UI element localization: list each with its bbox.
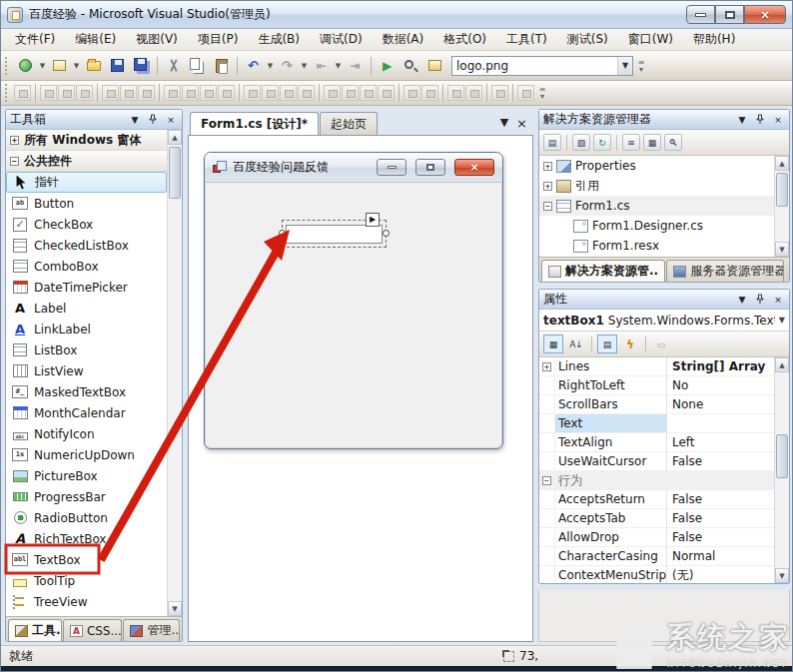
tab-solution-explorer[interactable]: 解决方案资源管.. [541, 260, 665, 282]
designed-form[interactable]: 百度经验问题反馈 × ▶ [204, 152, 503, 449]
close-document-icon[interactable]: × [516, 116, 527, 131]
property-row-contextmenustrip[interactable]: ContextMenuStrip (无) [539, 566, 774, 583]
property-row-charactercasing[interactable]: CharacterCasing Normal [539, 547, 774, 566]
tab-css[interactable]: A CSS... [63, 619, 123, 641]
find-in-files-button[interactable] [399, 55, 422, 77]
toolbox-item-progressbar[interactable]: ProgressBar [6, 486, 167, 507]
find-combobox[interactable]: logo.png ▼ [451, 56, 633, 76]
scrollbar-thumb[interactable] [169, 147, 181, 199]
toolbox-item-listview[interactable]: ListView [6, 360, 167, 381]
tree-item-form1-resx[interactable]: Form1.resx [539, 236, 774, 256]
property-row-acceptstab[interactable]: AcceptsTab False [539, 509, 774, 528]
property-grid-scrollbar[interactable]: ▲ ▼ [774, 357, 789, 583]
remove-horizontal-spacing-icon[interactable] [298, 85, 315, 101]
navigate-back-dropdown-icon[interactable]: ▼ [334, 62, 343, 70]
make-vertical-spacing-equal-icon[interactable] [324, 85, 341, 101]
menu-tools[interactable]: 工具(T) [496, 28, 557, 51]
property-value[interactable]: None [667, 395, 774, 413]
toolbox-item-notifyicon[interactable]: abc NotifyIcon [6, 423, 167, 444]
menu-build[interactable]: 生成(B) [248, 28, 310, 51]
toolbox-item-checkbox[interactable]: ✓ CheckBox [6, 214, 167, 235]
remove-vertical-spacing-icon[interactable] [378, 85, 395, 101]
toolbox-item-monthcalendar[interactable]: MonthCalendar [6, 402, 167, 423]
expand-icon[interactable]: + [543, 182, 552, 191]
menu-data[interactable]: 数据(A) [373, 28, 434, 51]
snap-to-grid-icon[interactable] [14, 85, 31, 101]
open-file-button[interactable] [82, 55, 105, 77]
solution-scrollbar[interactable]: ▲ ▼ [774, 156, 789, 257]
property-row-usewaitcursor[interactable]: UseWaitCursor False [539, 452, 774, 471]
menu-help[interactable]: 帮助(H) [683, 28, 745, 51]
property-value[interactable]: Left [667, 433, 774, 451]
toolbox-item-picturebox[interactable]: PictureBox [6, 465, 167, 486]
decrease-horizontal-spacing-icon[interactable] [280, 85, 297, 101]
scroll-up-icon[interactable]: ▲ [775, 156, 789, 171]
form-minimize-button[interactable] [377, 159, 406, 176]
scroll-down-icon[interactable]: ▼ [775, 242, 789, 257]
property-row-lines[interactable]: + Lines String[] Array [539, 357, 774, 376]
menu-debug[interactable]: 调试(D) [310, 28, 373, 51]
property-value[interactable]: String[] Array [667, 357, 774, 375]
send-to-back-icon[interactable] [465, 85, 482, 101]
toolbox-item-textbox[interactable]: abl TextBox [6, 549, 167, 570]
toolbox-item-listbox[interactable]: ListBox [6, 339, 167, 360]
align-bottoms-icon[interactable] [138, 85, 155, 101]
categorized-icon[interactable]: ▦ [543, 335, 563, 353]
tree-item-form1-designer[interactable]: Form1.Designer.cs [539, 216, 774, 236]
property-value[interactable]: False [667, 528, 774, 546]
designed-form-body[interactable]: ▶ [205, 183, 502, 449]
close-icon[interactable]: × [164, 113, 178, 127]
scrollbar-thumb[interactable] [776, 173, 788, 207]
toolbar-grip[interactable] [5, 57, 10, 75]
pin-icon[interactable] [146, 113, 160, 127]
decrease-vertical-spacing-icon[interactable] [360, 85, 377, 101]
toolbox-item-linklabel[interactable]: A LinkLabel [6, 319, 167, 339]
alphabetical-icon[interactable]: A↓ [566, 335, 586, 353]
scroll-down-icon[interactable]: ▼ [168, 601, 182, 616]
pin-icon[interactable] [753, 293, 767, 307]
navigate-forward-button[interactable]: ⇥ [344, 55, 367, 77]
textbox1-selection[interactable]: ▶ [282, 220, 387, 248]
textbox1-control[interactable] [286, 225, 383, 244]
property-value[interactable] [667, 414, 774, 432]
pin-icon[interactable] [753, 113, 767, 127]
property-row-scrollbars[interactable]: ScrollBars None [539, 395, 774, 414]
scroll-up-icon[interactable]: ▲ [168, 130, 182, 145]
redo-dropdown-icon[interactable]: ▼ [300, 62, 309, 70]
copy-button[interactable] [186, 55, 209, 77]
refresh-icon[interactable]: ↻ [593, 134, 611, 151]
find-combobox-value[interactable]: logo.png [452, 59, 617, 73]
property-row-text[interactable]: Text [539, 414, 774, 433]
form-close-button[interactable]: × [454, 159, 494, 176]
add-item-dropdown-icon[interactable]: ▼ [72, 62, 81, 70]
menu-edit[interactable]: 编辑(E) [65, 28, 126, 51]
bring-to-front-icon[interactable] [447, 85, 464, 101]
undo-button[interactable]: ↶ [242, 55, 265, 77]
collapse-icon[interactable]: − [543, 202, 552, 211]
scroll-down-icon[interactable]: ▼ [775, 568, 789, 583]
make-same-height-icon[interactable] [182, 85, 199, 101]
view-designer-icon[interactable]: ▦ [643, 134, 661, 151]
property-value[interactable]: No [667, 376, 774, 394]
toolbox-item-tooltip[interactable]: ToolTip [6, 570, 167, 591]
tab-form1-design[interactable]: Form1.cs [设计]* [190, 112, 319, 135]
expand-icon[interactable]: + [543, 162, 552, 171]
toolbox-item-numericupdown[interactable]: 1⇅ NumericUpDown [6, 444, 167, 465]
tab-order-icon[interactable] [491, 85, 508, 101]
expand-icon[interactable]: + [10, 136, 19, 145]
tree-item-form1cs[interactable]: − Form1.cs [539, 196, 774, 216]
start-debugging-button[interactable]: ▶ [376, 55, 398, 77]
properties-view-icon[interactable]: ▤ [597, 335, 617, 353]
align-tops-icon[interactable] [102, 85, 119, 101]
align-middles-icon[interactable] [120, 85, 137, 101]
property-row-allowdrop[interactable]: AllowDrop False [539, 528, 774, 547]
expand-icon[interactable]: + [542, 362, 551, 371]
cut-button[interactable] [162, 55, 185, 77]
property-row-acceptsreturn[interactable]: AcceptsReturn False [539, 490, 774, 509]
combobox-dropdown-icon[interactable]: ▼ [617, 57, 632, 75]
tab-start-page[interactable]: 起始页 [320, 112, 378, 135]
toolbox-item-pointer[interactable]: 指针 [6, 172, 167, 193]
collapse-icon[interactable]: − [542, 476, 551, 485]
menu-project[interactable]: 项目(P) [188, 28, 249, 51]
toolbar-grip[interactable] [5, 84, 10, 102]
